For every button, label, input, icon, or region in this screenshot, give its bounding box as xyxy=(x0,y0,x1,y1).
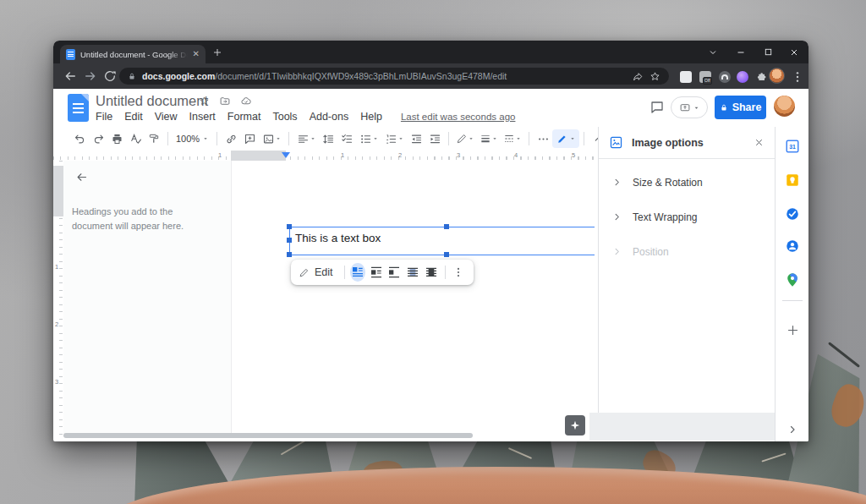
chevron-right-icon xyxy=(612,178,622,187)
menu-help[interactable]: Help xyxy=(360,111,382,123)
canvas-bottom-area xyxy=(589,413,775,441)
decrease-indent-button[interactable] xyxy=(407,129,425,148)
move-folder-icon[interactable] xyxy=(219,96,231,107)
keep-button[interactable] xyxy=(784,172,801,189)
close-button[interactable] xyxy=(781,41,808,63)
bookmark-star-icon[interactable] xyxy=(650,71,660,82)
extension-icon-off[interactable]: Off xyxy=(699,71,711,83)
resize-handle-top-left[interactable] xyxy=(287,224,292,229)
present-button[interactable] xyxy=(671,96,708,118)
wrap-text-button[interactable] xyxy=(369,263,384,282)
browser-tab[interactable]: Untitled document - Google Doc ✕ xyxy=(60,45,206,63)
textbox-text[interactable]: This is a text box xyxy=(295,232,381,244)
resize-handle-top-middle[interactable] xyxy=(444,224,449,229)
get-addons-button[interactable] xyxy=(784,321,801,338)
align-button[interactable] xyxy=(293,129,319,148)
zoom-select[interactable]: 100% xyxy=(173,134,212,144)
forward-button[interactable] xyxy=(84,69,97,83)
bulleted-list-button[interactable] xyxy=(356,129,381,148)
section-text-wrapping[interactable]: Text Wrapping xyxy=(599,200,775,234)
address-bar[interactable]: docs.google.com/document/d/1TIwibbhkqIQX… xyxy=(119,68,669,85)
document-title[interactable]: Untitled document xyxy=(96,93,208,109)
wrap-inline-button[interactable] xyxy=(350,263,365,282)
extension-icon-notes[interactable] xyxy=(680,71,692,83)
share-button[interactable]: Share xyxy=(715,96,766,119)
comment-history-icon[interactable] xyxy=(650,100,665,115)
undo-button[interactable] xyxy=(70,129,89,148)
insert-link-button[interactable] xyxy=(222,129,240,148)
window-menu-button[interactable] xyxy=(699,41,726,63)
cloud-status-icon[interactable] xyxy=(240,96,252,107)
increase-indent-button[interactable] xyxy=(425,129,444,148)
menu-edit[interactable]: Edit xyxy=(124,111,143,123)
document-page[interactable] xyxy=(231,161,598,436)
add-comment-button[interactable] xyxy=(240,129,259,148)
reload-button[interactable] xyxy=(103,69,117,83)
redo-button[interactable] xyxy=(89,129,107,148)
last-edit-link[interactable]: Last edit was seconds ago xyxy=(401,112,516,122)
paint-format-icon xyxy=(148,133,160,145)
chevron-right-icon xyxy=(787,425,797,435)
menu-view[interactable]: View xyxy=(155,111,178,123)
indent-marker[interactable] xyxy=(282,152,290,158)
section-size-rotation[interactable]: Size & Rotation xyxy=(599,165,775,200)
horizontal-scrollbar[interactable] xyxy=(63,433,473,438)
border-dash-button[interactable] xyxy=(501,129,524,148)
vertical-ruler[interactable]: 1 2 3 xyxy=(53,161,63,436)
maximize-button[interactable] xyxy=(754,41,781,63)
line-spacing-button[interactable] xyxy=(319,129,337,148)
textbox-border-bottom[interactable] xyxy=(289,255,595,255)
browser-profile-avatar[interactable] xyxy=(769,68,785,84)
zoom-caret-icon xyxy=(202,135,209,142)
resize-handle-bottom-middle[interactable] xyxy=(444,252,449,257)
minimize-button[interactable] xyxy=(727,41,754,63)
close-outline-arrow-icon[interactable] xyxy=(75,171,88,184)
edit-drawing-button[interactable]: Edit xyxy=(299,266,338,278)
docs-logo[interactable] xyxy=(68,94,89,122)
tasks-button[interactable] xyxy=(784,205,801,222)
more-options-button[interactable] xyxy=(534,129,552,148)
resize-handle-bottom-left[interactable] xyxy=(287,252,292,257)
border-weight-button[interactable] xyxy=(477,129,501,148)
break-text-button[interactable] xyxy=(387,263,403,282)
menu-format[interactable]: Format xyxy=(227,111,261,123)
extension-icon-arc[interactable] xyxy=(719,71,731,83)
front-text-button[interactable] xyxy=(424,263,439,282)
tab-close-icon[interactable]: ✕ xyxy=(193,50,200,58)
browser-menu-kebab-icon[interactable] xyxy=(791,70,804,84)
resize-handle-middle-left[interactable] xyxy=(287,238,292,243)
calendar-date-label: 31 xyxy=(789,144,796,150)
spellcheck-button[interactable] xyxy=(126,129,145,148)
star-document-icon[interactable] xyxy=(199,96,210,107)
behind-text-button[interactable] xyxy=(405,263,420,282)
print-button[interactable] xyxy=(107,129,126,148)
extension-icon-purple[interactable] xyxy=(737,71,748,83)
menu-insert[interactable]: Insert xyxy=(189,111,216,123)
contacts-button[interactable] xyxy=(784,238,801,255)
checklist-button[interactable] xyxy=(337,129,356,148)
link-icon xyxy=(225,133,238,145)
numbered-list-button[interactable] xyxy=(381,129,407,148)
horizontal-ruler[interactable]: 1 1 2 3 4 5 xyxy=(53,151,598,161)
border-color-button[interactable] xyxy=(453,129,477,148)
hide-side-panel-button[interactable] xyxy=(784,421,801,438)
window-titlebar: Untitled document - Google Doc ✕ xyxy=(53,41,808,63)
menu-tools[interactable]: Tools xyxy=(272,111,297,123)
paint-format-button[interactable] xyxy=(145,129,163,148)
drawing-more-button[interactable] xyxy=(451,263,466,282)
panel-close-icon[interactable] xyxy=(754,137,765,148)
insert-image-button[interactable] xyxy=(259,129,284,148)
maps-button[interactable] xyxy=(784,271,801,288)
menu-file[interactable]: File xyxy=(96,111,112,123)
extensions-puzzle-icon[interactable] xyxy=(754,70,768,84)
minimize-icon xyxy=(736,47,746,58)
textbox-border-top[interactable] xyxy=(289,227,595,227)
new-tab-button[interactable] xyxy=(204,41,231,63)
share-page-icon[interactable] xyxy=(633,71,644,82)
editing-mode-button[interactable] xyxy=(552,129,579,148)
calendar-button[interactable]: 31 xyxy=(784,138,801,155)
explore-button[interactable] xyxy=(565,415,585,436)
menu-addons[interactable]: Add-ons xyxy=(310,111,349,123)
docs-profile-avatar[interactable] xyxy=(774,96,795,117)
back-button[interactable] xyxy=(63,69,77,83)
